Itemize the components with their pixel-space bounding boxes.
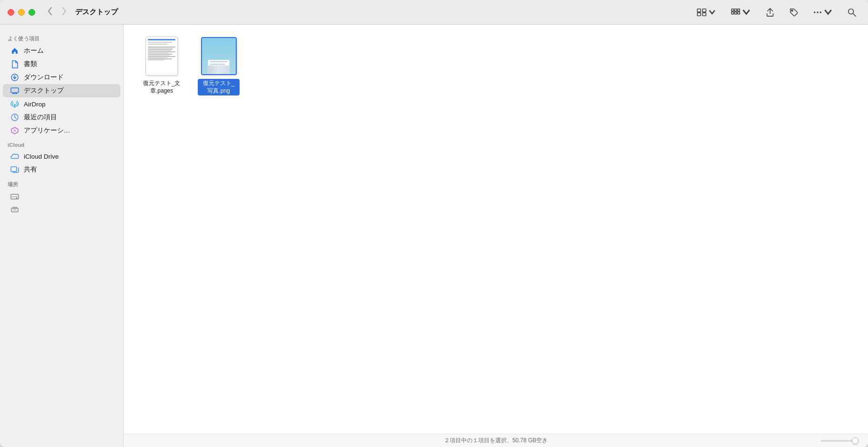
pages-file-name: 復元テスト_文章.pages	[141, 79, 183, 95]
traffic-lights	[8, 9, 35, 16]
close-button[interactable]	[8, 9, 14, 16]
group-by-button[interactable]	[727, 6, 755, 19]
forward-button[interactable]	[59, 6, 69, 19]
svg-rect-8	[738, 9, 740, 11]
svg-rect-25	[11, 167, 17, 171]
sidebar-item-recent-label: 最近の項目	[24, 113, 57, 122]
status-text: ２項目中の１項目を選択、50.78 GB空き	[444, 437, 548, 445]
external-icon	[10, 206, 19, 214]
download-icon	[10, 73, 19, 82]
sidebar-item-icloud-label: iCloud Drive	[24, 153, 59, 160]
icloud-icon	[10, 152, 19, 161]
svg-rect-4	[732, 9, 734, 11]
minimize-button[interactable]	[18, 9, 25, 16]
svg-point-11	[814, 11, 816, 13]
sidebar-item-documents[interactable]: 書類	[3, 57, 120, 71]
search-button[interactable]	[843, 6, 860, 19]
sidebar-item-recent[interactable]: 最近の項目	[3, 111, 120, 124]
window-title: デスクトップ	[75, 8, 118, 17]
svg-point-10	[791, 10, 793, 11]
view-toggle-button[interactable]	[693, 6, 721, 19]
slider-track[interactable]	[820, 440, 858, 442]
sidebar-item-applications[interactable]: アプリケーシ…	[3, 124, 120, 137]
recent-icon	[10, 113, 19, 122]
svg-point-12	[817, 11, 819, 13]
places-section-label: 場所	[0, 176, 123, 190]
favorites-section-label: よく使う項目	[0, 30, 123, 44]
title-bar: デスクトップ	[0, 0, 868, 25]
svg-rect-7	[734, 12, 737, 14]
svg-rect-5	[734, 9, 737, 11]
sidebar-item-applications-label: アプリケーシ…	[24, 126, 70, 135]
slider-thumb[interactable]	[852, 437, 858, 444]
sidebar-item-airdrop-label: AirDrop	[24, 101, 46, 108]
maximize-button[interactable]	[29, 9, 35, 16]
svg-rect-3	[703, 12, 706, 15]
navigation	[45, 6, 69, 19]
sidebar-item-home-label: ホーム	[24, 47, 44, 55]
file-item-png[interactable]: 復元テスト_写真.png	[195, 34, 242, 98]
sidebar-item-shared-label: 共有	[24, 165, 37, 174]
sidebar: よく使う項目 ホーム 書類	[0, 25, 124, 447]
sidebar-item-external[interactable]	[3, 203, 120, 217]
svg-line-15	[853, 13, 856, 16]
svg-rect-9	[738, 12, 740, 14]
png-thumbnail	[200, 37, 238, 75]
png-file-name: 復元テスト_写真.png	[198, 79, 240, 95]
svg-point-28	[16, 198, 18, 199]
sidebar-item-desktop[interactable]: デスクトップ	[3, 84, 120, 97]
sidebar-item-home[interactable]: ホーム	[3, 44, 120, 57]
svg-rect-2	[697, 12, 701, 15]
svg-rect-0	[697, 9, 701, 11]
svg-point-13	[820, 11, 822, 13]
size-slider[interactable]	[820, 440, 858, 442]
sidebar-item-icloud-drive[interactable]: iCloud Drive	[3, 150, 120, 163]
sidebar-item-desktop-label: デスクトップ	[24, 86, 64, 95]
sidebar-item-downloads-label: ダウンロード	[24, 73, 64, 82]
svg-rect-18	[11, 88, 19, 93]
svg-point-24	[14, 130, 16, 132]
shared-icon	[10, 165, 19, 174]
file-area: 復元テスト_文章.pages	[124, 25, 868, 447]
sidebar-item-documents-label: 書類	[24, 60, 37, 68]
sidebar-item-disk[interactable]	[3, 190, 120, 203]
status-bar: ２項目中の１項目を選択、50.78 GB空き	[124, 434, 868, 447]
tag-button[interactable]	[785, 6, 802, 19]
svg-rect-1	[703, 9, 706, 11]
icloud-section-label: iCloud	[0, 137, 123, 150]
airdrop-icon	[10, 100, 19, 108]
toolbar-actions	[693, 6, 860, 19]
apps-icon	[10, 126, 19, 135]
file-grid: 復元テスト_文章.pages	[124, 25, 868, 434]
home-icon	[10, 47, 19, 55]
file-item-pages[interactable]: 復元テスト_文章.pages	[138, 34, 185, 98]
disk-icon	[10, 192, 19, 201]
sidebar-item-downloads[interactable]: ダウンロード	[3, 71, 120, 84]
svg-rect-6	[732, 12, 734, 14]
back-button[interactable]	[45, 6, 55, 19]
svg-point-14	[849, 9, 854, 14]
main-content: よく使う項目 ホーム 書類	[0, 25, 868, 447]
pages-thumbnail	[143, 37, 181, 75]
sidebar-item-airdrop[interactable]: AirDrop	[3, 97, 120, 111]
desktop-icon	[10, 86, 19, 95]
more-button[interactable]	[809, 6, 837, 19]
document-icon	[10, 60, 19, 68]
share-button[interactable]	[762, 6, 779, 19]
sidebar-item-shared[interactable]: 共有	[3, 163, 120, 176]
finder-window: デスクトップ	[0, 0, 868, 447]
